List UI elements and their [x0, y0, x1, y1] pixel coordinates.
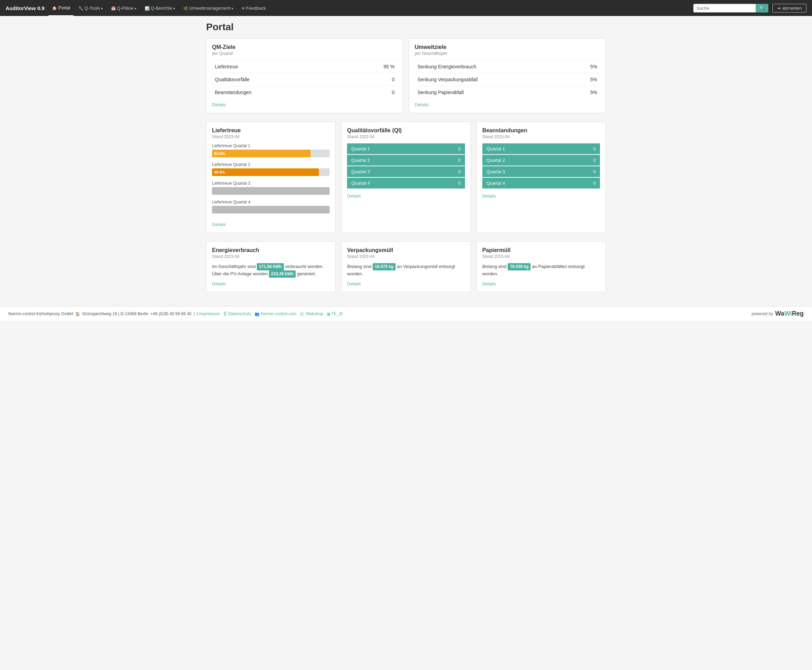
- umweltziele-subtitle: per Geschäftsjahr: [415, 51, 600, 56]
- footer-link-datenschutz[interactable]: Datenschutz: [223, 311, 251, 316]
- chevron-umwelt-icon: [231, 5, 233, 11]
- energieverbrauch-badge1: 171,58 kWh: [257, 263, 284, 271]
- energieverbrauch-details-link[interactable]: Details: [212, 281, 226, 286]
- liefertreue-q1-section: Liefertreue Quartal 1 83.6%: [212, 143, 330, 157]
- qualitaetsvorfaelle-title: Qualitätsvorfälle (QI): [347, 127, 465, 134]
- navbar: AuditorView 0.9 Portal Q-Tools Q-Pläne Q…: [0, 0, 812, 16]
- liefertreue-q4-label: Liefertreue Quartal 4: [212, 200, 330, 205]
- list-item: Quartal 3 0: [482, 166, 600, 177]
- qualitaetsvorfaelle-subtitle: Stand 2023-04: [347, 134, 465, 139]
- footer-link-impressum[interactable]: Impressum: [197, 311, 219, 316]
- quartal-value: 0: [593, 169, 596, 174]
- nav-portal[interactable]: Portal: [49, 0, 74, 16]
- footer-address: Grünspechtweg 19 | D-13469 Berlin: [82, 311, 149, 316]
- metric-label: Beanstandungen: [215, 90, 252, 95]
- quartal-label: Quartal 1: [486, 146, 505, 151]
- beanstandungen-subtitle: Stand 2023-04: [482, 134, 600, 139]
- qm-ziele-subtitle: per Quartal: [212, 51, 397, 56]
- liefertreue-q1-bar: 83.6%: [212, 150, 311, 157]
- qualitaetsvorfaelle-details-link[interactable]: Details: [347, 193, 361, 199]
- papiermuell-subtitle: Stand 2023-04: [482, 254, 600, 259]
- leaf-icon: [183, 5, 188, 11]
- liefertreue-card: Liefertreue Stand 2023-04 Liefertreue Qu…: [206, 122, 336, 233]
- db-icon: [223, 311, 227, 316]
- beanstandungen-details-link[interactable]: Details: [482, 193, 496, 199]
- cart-icon: [300, 311, 305, 316]
- address-icon: [75, 311, 80, 316]
- bottom-row: Energieverbrauch Stand 2023-04 Im Geschä…: [206, 241, 606, 292]
- quartal-label: Quartal 2: [351, 157, 370, 163]
- calendar-icon: [111, 5, 116, 11]
- liefertreue-q3-section: Liefertreue Quartal 3: [212, 181, 330, 195]
- mail-icon: [241, 5, 245, 11]
- nav-qberichte[interactable]: Q-Berichte: [141, 0, 178, 16]
- papiermuell-title: Papiermüll: [482, 247, 600, 254]
- metric-value: 0: [392, 90, 395, 95]
- liefertreue-q4-bar-bg: [212, 206, 330, 213]
- quartal-value: 0: [593, 157, 596, 163]
- chevron-qberichte-icon: [173, 5, 175, 11]
- quartal-label: Quartal 2: [486, 157, 505, 163]
- list-item: Quartal 4 0: [347, 178, 465, 188]
- energieverbrauch-card: Energieverbrauch Stand 2023-04 Im Geschä…: [206, 241, 336, 292]
- metric-label: Qualitätsvorfälle: [215, 77, 250, 82]
- home-icon: [52, 5, 57, 10]
- list-item: Quartal 1 0: [347, 143, 465, 154]
- qm-ziele-card: QM-Ziele per Quartal Liefertreue 95 % Qu…: [206, 38, 403, 113]
- footer-link-webshop[interactable]: Webshop: [300, 311, 323, 316]
- app-brand: AuditorView 0.9: [5, 5, 44, 11]
- table-row: Qualitätsvorfälle 0: [212, 73, 397, 86]
- top-row: QM-Ziele per Quartal Liefertreue 95 % Qu…: [206, 38, 606, 113]
- liefertreue-q2-bar: 90.9%: [212, 168, 319, 176]
- papiermuell-details-link[interactable]: Details: [482, 281, 496, 286]
- search-box: 🔍: [693, 4, 768, 12]
- energieverbrauch-badge2: 233,39 kWh: [269, 271, 295, 278]
- list-item: Quartal 3 0: [347, 166, 465, 177]
- powered-by-text: powered by: [751, 311, 773, 316]
- footer-left: thermo-control Körtvélyessy GmbH Grünspe…: [8, 311, 343, 316]
- metric-label: Senkung Energieverbrauch: [417, 64, 476, 69]
- chevron-qplaene-icon: [135, 5, 137, 11]
- metric-value: 5%: [590, 90, 597, 95]
- metric-value: 5%: [590, 77, 597, 82]
- footer-link-thermocontrol[interactable]: thermo-control.com: [255, 311, 296, 316]
- qm-ziele-details-link[interactable]: Details: [212, 102, 226, 107]
- info-icon: [197, 311, 198, 316]
- liefertreue-q2-section: Liefertreue Quartal 2 90.9%: [212, 162, 330, 176]
- liefertreue-q3-bar: [212, 187, 330, 195]
- metric-value: 0: [392, 77, 395, 82]
- liefertreue-q3-label: Liefertreue Quartal 3: [212, 181, 330, 186]
- quartal-label: Quartal 3: [486, 169, 505, 174]
- quartal-value: 0: [458, 169, 461, 174]
- nav-feedback[interactable]: Feedback: [238, 0, 269, 16]
- verpackungsmuell-details-link[interactable]: Details: [347, 281, 361, 286]
- metric-value: 5%: [590, 64, 597, 69]
- liefertreue-q4-bar: [212, 206, 330, 213]
- nav-qtools[interactable]: Q-Tools: [75, 0, 106, 16]
- footer-right: powered by WaWiReg: [751, 310, 804, 317]
- barcode-icon: [327, 311, 330, 316]
- umweltziele-details-link[interactable]: Details: [415, 102, 429, 107]
- logout-button[interactable]: ➜ abmelden: [772, 4, 807, 12]
- page-title: Portal: [206, 22, 606, 33]
- quartal-value: 0: [458, 146, 461, 151]
- footer-link-teid[interactable]: TE_iD: [327, 311, 343, 316]
- nav-umweltmanagement[interactable]: Umweltmanagement: [180, 0, 237, 16]
- papiermuell-text-before: Bislang sind: [482, 264, 508, 269]
- liefertreue-details-link[interactable]: Details: [212, 222, 226, 227]
- verpackungsmuell-text: Bislang sind 16.075 kg an Verpackungsmül…: [347, 263, 465, 278]
- search-input[interactable]: [693, 4, 756, 12]
- verpackungsmuell-text-before: Bislang sind: [347, 264, 373, 269]
- papiermuell-card: Papiermüll Stand 2023-04 Bislang sind 70…: [476, 241, 606, 292]
- quartal-label: Quartal 1: [351, 146, 370, 151]
- quartal-label: Quartal 4: [351, 181, 370, 186]
- table-row: Senkung Energieverbrauch 5%: [415, 60, 600, 73]
- quartal-value: 0: [458, 157, 461, 163]
- table-row: Senkung Papierabfall 5%: [415, 86, 600, 98]
- nav-qplaene[interactable]: Q-Pläne: [108, 0, 140, 16]
- liefertreue-title: Liefertreue: [212, 127, 330, 134]
- search-button[interactable]: 🔍: [756, 4, 768, 12]
- liefertreue-q2-value: 90.9%: [214, 170, 225, 174]
- energieverbrauch-text-after2: generiert.: [295, 271, 316, 276]
- footer-company: thermo-control Körtvélyessy GmbH: [8, 311, 73, 316]
